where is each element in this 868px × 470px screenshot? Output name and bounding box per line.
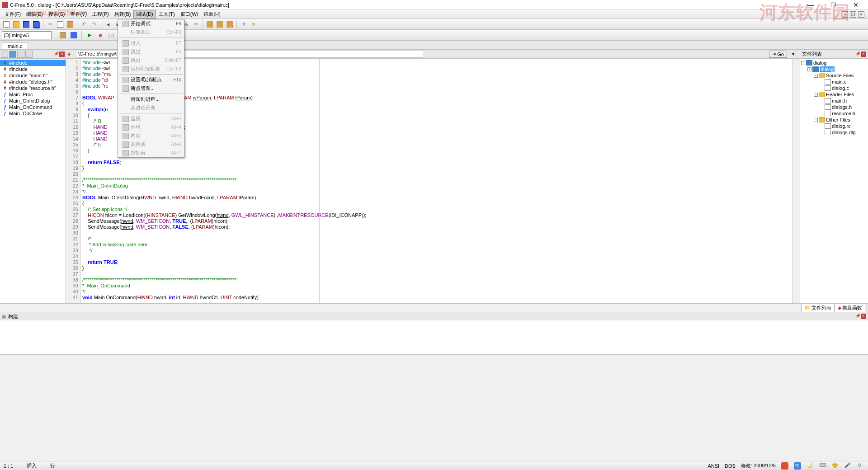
close-button[interactable]: ✕ (849, 1, 863, 9)
tree-folder[interactable]: -Other Files (801, 117, 867, 123)
tree-project[interactable]: -dialog (801, 66, 867, 72)
tree-file[interactable]: resource.h (801, 110, 867, 117)
copy-button[interactable] (56, 20, 65, 29)
file-icon (825, 130, 831, 135)
symbol-tab-1[interactable] (1, 51, 8, 58)
tree-file[interactable]: dialogs.dlg (801, 129, 867, 136)
menu-8[interactable]: 窗口(W) (178, 10, 201, 19)
symbol-item[interactable]: ##include "main.h" (0, 72, 66, 79)
build-hscroll[interactable] (0, 354, 868, 362)
menu-4[interactable]: 工程(P) (90, 10, 112, 19)
menu-item-断点管理...[interactable]: 断点管理... (118, 84, 184, 93)
symbol-tab-4[interactable] (25, 51, 33, 58)
compile-button[interactable] (58, 31, 67, 40)
tree-file[interactable]: main.h (801, 98, 867, 104)
menu-1[interactable]: 编辑(E) (24, 10, 46, 19)
outdent-button[interactable] (215, 20, 224, 29)
tree-file[interactable]: dialogs.h (801, 104, 867, 110)
symbol-pin[interactable]: 📌 (53, 52, 59, 57)
symbol-item[interactable]: ##include "resource.h" (0, 85, 66, 91)
tree-file[interactable]: dialog.c (801, 85, 867, 91)
menu-9[interactable]: 帮助(H) (201, 10, 223, 19)
tree-root[interactable]: -dialog (801, 60, 867, 66)
tray-icon-1[interactable] (781, 462, 788, 470)
window-title: C-Free 5.0 : dialog - [C:\Users\ASUS\App… (10, 2, 229, 8)
build-pin[interactable]: 📌 (855, 314, 860, 319)
nav-back-button[interactable]: ◄ (104, 20, 113, 29)
tray-icon-5[interactable]: 😊 (832, 462, 839, 470)
symbol-item[interactable]: ƒMain_Proc (0, 91, 66, 98)
horizontal-scrollbar[interactable] (0, 303, 800, 310)
indent-button[interactable] (205, 20, 214, 29)
comment-button[interactable]: × (225, 20, 234, 29)
file-tab-main[interactable]: main.c (2, 42, 28, 49)
symbol-item[interactable]: ##include "dialogs.h" (0, 79, 66, 85)
tab-classes[interactable]: ◆类及函数 (835, 304, 865, 312)
collapse-icon[interactable]: - (814, 93, 818, 97)
filelist-pin[interactable]: 📌 (855, 52, 860, 57)
tree-file[interactable]: dialog.rc (801, 123, 867, 129)
redo-button[interactable]: ↷ (90, 20, 99, 29)
menu-item-附加到进程...[interactable]: 附加到进程... (118, 95, 184, 103)
symbol-item[interactable]: ƒMain_OnCommand (0, 104, 66, 110)
menu-7[interactable]: 工具(T) (156, 10, 178, 19)
paste-button[interactable] (66, 20, 75, 29)
tray-icon-3[interactable]: 🌙 (807, 462, 814, 470)
menu-0[interactable]: 文件(F) (2, 10, 24, 19)
undo-button[interactable]: ↶ (80, 20, 89, 29)
minimize-button[interactable]: — (804, 1, 817, 9)
tree-file[interactable]: main.c (801, 79, 867, 85)
file-icon (825, 104, 831, 110)
mem-icon (123, 133, 129, 139)
stop-button[interactable]: ■ (96, 31, 105, 40)
mdi-close[interactable]: × (858, 11, 864, 18)
save-all-button[interactable] (32, 20, 41, 29)
menu-2[interactable]: 搜索(S) (46, 10, 68, 19)
mdi-restore[interactable]: ❐ (850, 11, 856, 18)
save-button[interactable] (22, 20, 31, 29)
build-close[interactable]: × (861, 314, 866, 319)
menu-3[interactable]: 查看(V) (67, 10, 90, 19)
collapse-icon[interactable]: - (814, 118, 818, 122)
tool-b-button[interactable]: ✂ (191, 20, 200, 29)
debug-step-button[interactable]: {↓} (107, 31, 116, 40)
maximize-button[interactable]: ☐ (826, 1, 840, 9)
blank-icon (123, 96, 129, 103)
editor-dropdown[interactable]: ▾ (789, 50, 798, 59)
collapse-icon[interactable]: - (801, 61, 805, 65)
menu-5[interactable]: 构建(B) (112, 10, 134, 19)
build-output[interactable] (0, 320, 868, 354)
go-button[interactable]: ➜Go (769, 51, 787, 58)
open-file-button[interactable] (12, 20, 21, 29)
collapse-icon[interactable]: - (807, 67, 811, 71)
filelist-close[interactable]: × (861, 52, 866, 57)
symbol-close[interactable]: × (59, 52, 65, 57)
tray-icon-2[interactable]: 中 (794, 462, 801, 470)
symbol-tab-2[interactable] (9, 51, 16, 58)
cut-button[interactable]: ✂ (46, 20, 55, 29)
menu-item-结束调试: 结束调试Ctrl+F9 (118, 28, 184, 37)
menu-item-开始调试[interactable]: 开始调试F9 (118, 19, 184, 28)
collapse-icon[interactable]: - (814, 74, 818, 78)
tab-filelist[interactable]: 📁文件列表 (801, 304, 835, 312)
symbol-item[interactable]: ##include (0, 60, 66, 66)
tray-icon-6[interactable]: 🎤 (844, 462, 852, 470)
tree-folder[interactable]: -Header Files (801, 91, 867, 98)
menu-item-设置/取消断点[interactable]: 设置/取消断点F10 (118, 75, 184, 84)
run-button[interactable]: ▶ (85, 31, 94, 40)
new-file-button[interactable] (2, 20, 11, 29)
tray-icon-4[interactable]: ⌨ (819, 462, 826, 470)
symbol-item[interactable]: ƒMain_OnClose (0, 110, 66, 117)
mdi-minimize[interactable]: - (842, 11, 848, 18)
compiler-select[interactable]: [D] mingw5 (2, 31, 52, 39)
about-button[interactable]: ★ (249, 20, 258, 29)
tree-folder[interactable]: -Source Files (801, 72, 867, 79)
menu-6[interactable]: 调试(D) (133, 10, 156, 19)
help-button[interactable]: ? (239, 20, 248, 29)
tray-icon-7[interactable]: ⚙ (857, 462, 864, 470)
symbol-item[interactable]: ##include (0, 66, 66, 72)
symbol-item[interactable]: ƒMain_OnInitDialog (0, 98, 66, 104)
vertical-scrollbar[interactable] (793, 59, 800, 303)
build-button[interactable] (69, 31, 78, 40)
symbol-tab-3[interactable] (17, 51, 24, 58)
